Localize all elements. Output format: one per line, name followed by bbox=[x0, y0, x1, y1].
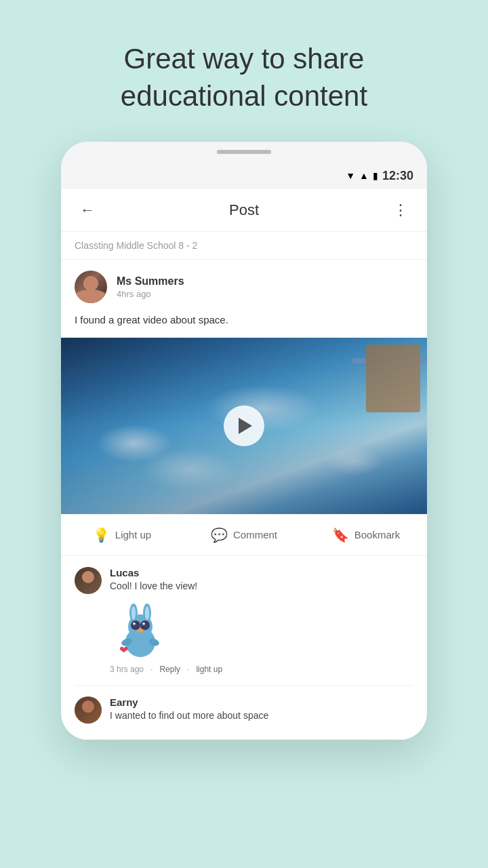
post-author-row: Ms Summers 4hrs ago bbox=[61, 260, 427, 310]
app-header: ← Post ⋮ bbox=[61, 189, 427, 232]
phone-notch bbox=[61, 142, 427, 162]
comment-button[interactable]: 💬 Comment bbox=[183, 517, 305, 553]
hero-title: Great way to share educational content bbox=[0, 0, 488, 142]
sticker: ❤ bbox=[110, 598, 171, 659]
status-time: 12:30 bbox=[382, 169, 413, 183]
more-button[interactable]: ⋮ bbox=[388, 199, 413, 222]
svg-point-10 bbox=[137, 629, 144, 633]
comment-time: 3 hrs ago bbox=[110, 665, 144, 674]
back-button[interactable]: ← bbox=[75, 199, 100, 222]
lightbulb-icon: 💡 bbox=[93, 527, 110, 543]
comment-label: Comment bbox=[233, 529, 277, 540]
comment-meta: 3 hrs ago · Reply · light up bbox=[110, 665, 413, 674]
video-thumbnail[interactable] bbox=[61, 338, 427, 514]
comment-text: I wanted to find out more about space bbox=[110, 709, 413, 723]
dot-separator2: · bbox=[187, 665, 189, 674]
phone-mockup: ▼ ▲ ▮ 12:30 ← Post ⋮ Classting Middle Sc… bbox=[61, 142, 427, 740]
wifi-icon: ▼ bbox=[346, 170, 355, 181]
play-button[interactable] bbox=[224, 406, 264, 446]
comment-text: Cool! I love the view! bbox=[110, 580, 413, 593]
action-bar: 💡 Light up 💬 Comment 🔖 Bookmark bbox=[61, 514, 427, 556]
light-up-comment-link[interactable]: light up bbox=[196, 665, 222, 674]
play-icon bbox=[239, 418, 252, 434]
comment-body: Lucas Cool! I love the view! bbox=[110, 567, 413, 675]
bookmark-label: Bookmark bbox=[354, 529, 401, 540]
satellite-decoration bbox=[366, 344, 420, 412]
svg-rect-11 bbox=[131, 624, 149, 627]
svg-point-5 bbox=[145, 606, 149, 620]
comment-author-name: Earny bbox=[110, 696, 413, 708]
bookmark-icon: 🔖 bbox=[332, 527, 349, 543]
reply-link[interactable]: Reply bbox=[159, 665, 180, 674]
author-name: Ms Summers bbox=[117, 275, 184, 288]
post-text: I found a great video about space. bbox=[61, 310, 427, 338]
author-avatar bbox=[75, 271, 107, 303]
light-up-label: Light up bbox=[115, 529, 151, 540]
avatar bbox=[75, 567, 102, 594]
post-time: 4hrs ago bbox=[117, 289, 184, 299]
app-screen: ← Post ⋮ Classting Middle School 8 - 2 M… bbox=[61, 189, 427, 740]
comment-author-name: Lucas bbox=[110, 567, 413, 578]
comment-item: Earny I wanted to find out more about sp… bbox=[75, 686, 413, 740]
signal-icon: ▲ bbox=[359, 170, 369, 181]
comments-section: Lucas Cool! I love the view! bbox=[61, 556, 427, 740]
bookmark-button[interactable]: 🔖 Bookmark bbox=[305, 517, 427, 553]
status-icons: ▼ ▲ ▮ 12:30 bbox=[346, 169, 413, 183]
svg-text:❤: ❤ bbox=[119, 644, 128, 656]
avatar bbox=[75, 696, 102, 724]
page-title: Post bbox=[100, 201, 388, 219]
sticker-bunny-svg: ❤ bbox=[110, 598, 171, 659]
comment-item: Lucas Cool! I love the view! bbox=[75, 556, 413, 686]
battery-icon: ▮ bbox=[373, 170, 378, 181]
light-up-button[interactable]: 💡 Light up bbox=[61, 517, 183, 553]
phone-handle bbox=[217, 150, 271, 154]
comment-body: Earny I wanted to find out more about sp… bbox=[110, 696, 413, 728]
class-label: Classting Middle School 8 - 2 bbox=[61, 232, 427, 260]
status-bar: ▼ ▲ ▮ 12:30 bbox=[61, 162, 427, 189]
svg-point-3 bbox=[131, 606, 136, 620]
dot-separator: · bbox=[150, 665, 152, 674]
comment-icon: 💬 bbox=[211, 527, 228, 543]
author-info: Ms Summers 4hrs ago bbox=[117, 275, 184, 299]
